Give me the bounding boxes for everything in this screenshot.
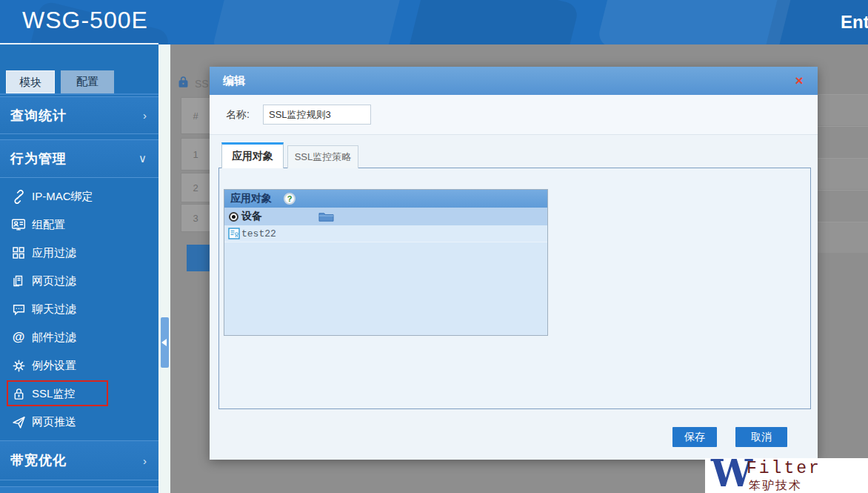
sidebar-item-web-filter[interactable]: 网页过滤 bbox=[0, 267, 158, 295]
sidebar: 模块 配置 查询统计 › 行为管理 ∨ IP-MAC绑定 bbox=[0, 44, 158, 493]
tab-apply-object[interactable]: 应用对象 bbox=[221, 142, 284, 168]
watermark-subtitle: 笨驴技术 bbox=[749, 478, 802, 493]
menu-item-label: 组配置 bbox=[32, 218, 65, 232]
sidebar-item-chat-filter[interactable]: 聊天过滤 bbox=[0, 295, 158, 323]
ghost-table-row: 1 bbox=[181, 138, 210, 171]
apply-object-panel-header: 应用对象 ? bbox=[224, 190, 547, 208]
sidebar-item-app-filter[interactable]: 应用过滤 bbox=[0, 239, 158, 267]
menu-item-label: 网页过滤 bbox=[32, 274, 76, 288]
sidebar-section-behavior-mgmt[interactable]: 行为管理 ∨ bbox=[0, 139, 158, 178]
ghost-page-title: SS bbox=[195, 78, 210, 90]
header-keyboard-decoration bbox=[596, 0, 795, 44]
menu-item-label: 应用过滤 bbox=[32, 246, 76, 260]
menu-item-label: SSL监控 bbox=[32, 387, 75, 401]
save-button[interactable]: 保存 bbox=[672, 427, 717, 447]
chevron-down-icon: ∨ bbox=[138, 152, 147, 165]
tab-ssl-policy[interactable]: SSL监控策略 bbox=[287, 145, 358, 168]
apply-object-panel: 应用对象 ? 设备 test22 bbox=[224, 189, 548, 336]
at-icon: @ bbox=[10, 330, 27, 345]
menu-item-label: 聊天过滤 bbox=[32, 302, 76, 317]
ghost-table-band bbox=[818, 222, 868, 253]
gear-icon bbox=[10, 358, 27, 373]
sidebar-item-mail-filter[interactable]: @ 邮件过滤 bbox=[0, 323, 158, 351]
device-radio-selected[interactable] bbox=[229, 212, 238, 222]
menu-item-label: 邮件过滤 bbox=[32, 331, 76, 345]
lock-icon bbox=[10, 386, 27, 401]
tab-config[interactable]: 配置 bbox=[61, 70, 114, 93]
ghost-table-header: # bbox=[181, 97, 210, 134]
sidebar-collapse-handle[interactable] bbox=[161, 317, 169, 368]
ghost-table-band bbox=[818, 94, 868, 125]
id-card-icon bbox=[10, 217, 27, 232]
ghost-table-band bbox=[818, 158, 868, 189]
panel-empty-area bbox=[224, 242, 547, 335]
sidebar-gutter bbox=[158, 44, 170, 493]
ghost-table-row: 2 bbox=[181, 173, 210, 202]
paper-plane-icon bbox=[10, 414, 27, 429]
folder-icon[interactable] bbox=[318, 211, 334, 222]
panel-header-label: 应用对象 bbox=[230, 192, 272, 205]
sidebar-section-bandwidth-opt[interactable]: 带宽优化 › bbox=[0, 440, 158, 480]
chat-icon bbox=[10, 302, 27, 317]
webpage-icon bbox=[10, 274, 27, 288]
device-list-item-test22[interactable]: test22 bbox=[224, 225, 547, 242]
certificate-icon bbox=[228, 228, 240, 239]
app-title: WSG-500E bbox=[22, 7, 148, 34]
tab-modules[interactable]: 模块 bbox=[6, 70, 55, 93]
menu-item-label: IP-MAC绑定 bbox=[32, 190, 93, 204]
header-keyboard-decoration bbox=[405, 0, 579, 44]
device-radio-row[interactable]: 设备 bbox=[224, 208, 547, 225]
ghost-button-fragment bbox=[187, 245, 210, 271]
ghost-lock-icon bbox=[177, 74, 190, 90]
grid-icon bbox=[10, 245, 27, 260]
section-label: 行为管理 bbox=[10, 150, 67, 168]
rule-name-input[interactable] bbox=[263, 105, 371, 125]
chevron-right-icon: › bbox=[143, 454, 147, 467]
header-right-text: Ent bbox=[841, 12, 868, 33]
chevron-right-icon: › bbox=[143, 109, 147, 122]
sidebar-item-ip-mac-binding[interactable]: IP-MAC绑定 bbox=[0, 182, 158, 211]
edit-dialog: 编辑 × 名称: 应用对象 SSL监控策略 应用对象 ? 设备 bbox=[210, 67, 818, 460]
device-label: 设备 bbox=[241, 210, 262, 223]
sidebar-section-partial bbox=[0, 486, 158, 493]
section-label: 带宽优化 bbox=[10, 451, 67, 469]
section-label: 查询统计 bbox=[10, 107, 67, 125]
header-keyboard-decoration bbox=[211, 0, 403, 44]
name-label: 名称: bbox=[226, 108, 250, 122]
menu-item-label: 网页推送 bbox=[32, 415, 76, 429]
at-glyph: @ bbox=[13, 330, 25, 345]
menu-item-label: 例外设置 bbox=[32, 359, 76, 373]
ghost-table-band bbox=[818, 190, 868, 221]
close-icon[interactable]: × bbox=[791, 73, 807, 89]
sidebar-item-ssl-monitor[interactable]: SSL监控 bbox=[0, 380, 158, 408]
sidebar-item-web-push[interactable]: 网页推送 bbox=[0, 408, 158, 436]
app-header: WSG-500E Ent bbox=[0, 0, 868, 44]
device-item-label: test22 bbox=[241, 228, 276, 239]
ghost-table-band bbox=[818, 126, 868, 157]
cancel-button[interactable]: 取消 bbox=[735, 427, 787, 447]
sidebar-item-group-config[interactable]: 组配置 bbox=[0, 211, 158, 239]
name-field-row: 名称: bbox=[210, 95, 818, 135]
sidebar-menu: IP-MAC绑定 组配置 bbox=[0, 182, 158, 436]
ghost-table-row: 3 bbox=[181, 204, 210, 232]
sidebar-tabs-divider bbox=[0, 93, 158, 95]
help-icon[interactable]: ? bbox=[284, 193, 296, 205]
sidebar-tabs: 模块 配置 bbox=[6, 70, 114, 93]
vendor-watermark: W Filter 笨驴技术 bbox=[705, 458, 868, 493]
collapse-arrow-icon bbox=[161, 339, 167, 346]
link-icon bbox=[10, 189, 27, 204]
dialog-titlebar[interactable]: 编辑 bbox=[210, 67, 818, 95]
sidebar-section-query-stats[interactable]: 查询统计 › bbox=[0, 96, 158, 134]
header-underline bbox=[0, 43, 158, 44]
dialog-title: 编辑 bbox=[223, 74, 245, 87]
watermark-brand: Filter bbox=[747, 459, 821, 478]
sidebar-item-exception-settings[interactable]: 例外设置 bbox=[0, 351, 158, 380]
